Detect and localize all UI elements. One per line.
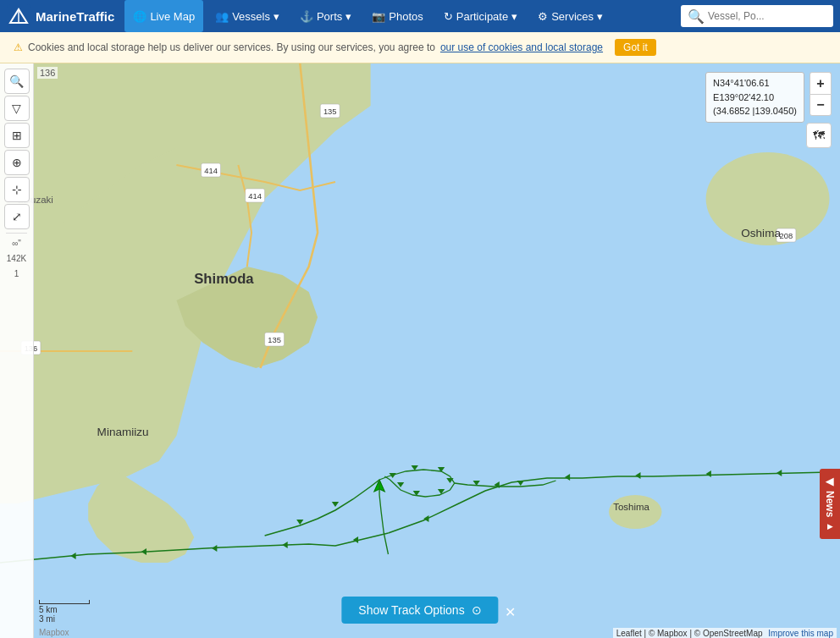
- svg-text:414: 414: [204, 167, 218, 175]
- cookie-link[interactable]: our use of cookies and local storage: [440, 41, 603, 53]
- warning-icon: ⚠: [14, 41, 23, 53]
- sidebar-separator: [6, 233, 27, 234]
- news-tab[interactable]: ◀ News ▸: [820, 469, 840, 539]
- scale-mi: 3 mi: [39, 614, 90, 624]
- map-background: 414 414 135 135 136 208 Shimoda Minamiiz…: [0, 63, 840, 638]
- map-container[interactable]: 414 414 135 135 136 208 Shimoda Minamiiz…: [0, 63, 840, 638]
- map-type-icon[interactable]: 🗺: [806, 123, 832, 148]
- attribution-text: Leaflet | © Mapbox | © OpenStreetMap: [616, 629, 763, 638]
- coord-lat: N34°41'06.61: [713, 76, 797, 91]
- counter-selected: 1: [14, 267, 19, 281]
- nav-livemap[interactable]: 🌐 Live Map: [124, 0, 203, 32]
- scale-km-line: [39, 600, 90, 604]
- cookie-message: Cookies and local storage help us delive…: [28, 41, 435, 53]
- participate-icon: ↻: [444, 10, 453, 23]
- tile-number: 136: [37, 67, 58, 79]
- track-options-close-button[interactable]: ✕: [505, 604, 516, 620]
- news-arrow-icon: ◀: [824, 476, 836, 487]
- vessels-chevron-icon: ▾: [274, 10, 279, 23]
- mapbox-logo: Mapbox: [39, 628, 69, 637]
- coordinates-box: N34°41'06.61 E139°02'42.10 (34.6852 |139…: [705, 72, 804, 123]
- search-icon: 🔍: [688, 8, 705, 25]
- counter-infinity: ∞": [12, 237, 21, 250]
- filter-button[interactable]: ▽: [4, 96, 30, 121]
- svg-text:135: 135: [268, 336, 281, 344]
- attribution-improve[interactable]: Improve this map: [768, 629, 833, 638]
- layers-button[interactable]: ⊞: [4, 123, 30, 148]
- services-chevron-icon: ▾: [597, 10, 603, 23]
- svg-text:Minamiizu: Minamiizu: [97, 426, 149, 438]
- search-sidebar-button[interactable]: 🔍: [4, 69, 30, 94]
- logo-text: MarineTraffic: [36, 9, 114, 24]
- participate-chevron-icon: ▾: [511, 10, 517, 23]
- counter-vessels: 142K: [7, 252, 26, 266]
- zoom-in-button[interactable]: +: [810, 72, 832, 94]
- expand-button[interactable]: ⤢: [4, 204, 30, 229]
- scale-km: 5 km: [39, 605, 90, 614]
- zoom-out-button[interactable]: −: [810, 94, 832, 116]
- gear-icon: ⚙: [538, 10, 548, 23]
- scale-box: 5 km 3 mi: [39, 600, 90, 624]
- vessels-icon: 👥: [215, 10, 229, 23]
- nav-participate[interactable]: ↻ Participate ▾: [435, 0, 526, 32]
- nav-photos[interactable]: 📷 Photos: [363, 0, 431, 32]
- svg-text:Oshima: Oshima: [741, 227, 781, 239]
- track-options-label: Show Track Options: [358, 603, 464, 617]
- search-box[interactable]: 🔍: [681, 5, 833, 27]
- svg-point-9: [609, 495, 662, 529]
- svg-text:414: 414: [248, 192, 262, 201]
- cookie-banner: ⚠ Cookies and local storage help us deli…: [0, 32, 840, 63]
- nav-services[interactable]: ⚙ Services ▾: [529, 0, 611, 32]
- anchor-icon: ⚓: [300, 10, 313, 23]
- layers2-button[interactable]: ⊕: [4, 150, 30, 175]
- camera-icon: 📷: [372, 10, 385, 23]
- nav-ports[interactable]: ⚓ Ports ▾: [291, 0, 360, 32]
- svg-text:135: 135: [323, 107, 337, 116]
- svg-text:208: 208: [780, 232, 793, 240]
- map-type-button[interactable]: 🗺: [806, 123, 832, 148]
- svg-text:Toshima: Toshima: [613, 502, 649, 512]
- logo-icon: [7, 4, 30, 28]
- news-label: News ▸: [824, 491, 836, 532]
- search-input[interactable]: [708, 10, 826, 22]
- show-track-options-button[interactable]: Show Track Options ⊙: [341, 597, 498, 624]
- logo[interactable]: MarineTraffic: [7, 4, 114, 28]
- nodes-button[interactable]: ⊹: [4, 177, 30, 202]
- coord-decimal: (34.6852 |139.0450): [713, 104, 797, 118]
- cookie-accept-button[interactable]: Got it: [615, 39, 656, 56]
- navbar: MarineTraffic 🌐 Live Map 👥 Vessels ▾ ⚓ P…: [0, 0, 840, 32]
- left-sidebar: 🔍 ▽ ⊞ ⊕ ⊹ ⤢ ∞" 142K 1: [0, 63, 34, 638]
- nav-vessels[interactable]: 👥 Vessels ▾: [207, 0, 288, 32]
- zoom-controls: + −: [810, 72, 832, 116]
- track-options-icon: ⊙: [472, 603, 482, 617]
- coord-lon: E139°02'42.10: [713, 91, 797, 105]
- globe-icon: 🌐: [133, 10, 146, 23]
- svg-text:Shimoda: Shimoda: [194, 271, 254, 286]
- attribution: Leaflet | © Mapbox | © OpenStreetMap Imp…: [613, 628, 837, 638]
- ports-chevron-icon: ▾: [345, 10, 351, 23]
